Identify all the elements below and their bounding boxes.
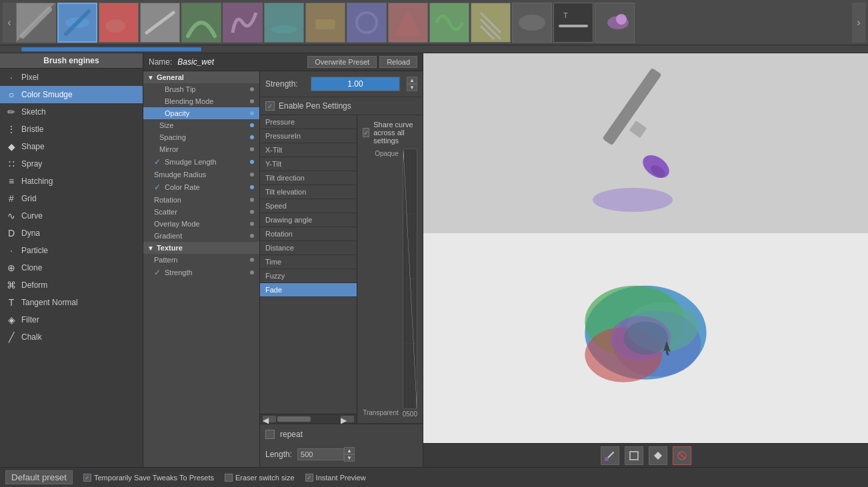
sensor-fade[interactable]: Fade [260, 283, 357, 297]
sensor-drawing-angle[interactable]: Drawing angle [260, 213, 357, 227]
prop-rotation[interactable]: Rotation [143, 194, 259, 206]
length-down-button[interactable]: ▼ [344, 454, 355, 462]
sensor-pressure-in[interactable]: PressureIn [260, 129, 357, 143]
strength-up-button[interactable]: ▲ [407, 77, 417, 84]
sidebar-item-bristle[interactable]: ⋮ Bristle [0, 121, 143, 138]
prop-brush-tip[interactable]: Brush Tip [143, 83, 259, 95]
prop-size[interactable]: Size [143, 119, 259, 131]
sensor-time[interactable]: Time [260, 255, 357, 269]
sensor-fuzzy[interactable]: Fuzzy [260, 269, 357, 283]
sensor-tilt-direction[interactable]: Tilt direction [260, 171, 357, 185]
prop-opacity[interactable]: Opacity [143, 107, 259, 119]
sidebar-item-hatching[interactable]: ≡ Hatching [0, 173, 143, 190]
sidebar-item-curve[interactable]: ∿ Curve [0, 207, 143, 225]
strength-down-button[interactable]: ▼ [407, 84, 417, 91]
sidebar-item-tangent-normal[interactable]: T Tangent Normal [0, 294, 143, 311]
sidebar-item-filter[interactable]: ◈ Filter [0, 311, 143, 328]
middle-panel: Name: Basic_wet Overwrite Preset Reload … [143, 53, 423, 467]
length-input[interactable]: 500 [297, 448, 344, 460]
instant-preview-checkbox[interactable]: ✓ [305, 474, 313, 482]
brush-tool-button[interactable] [601, 446, 619, 465]
brush-preset-11[interactable] [429, 3, 469, 43]
general-section-header[interactable]: ▼ General [143, 71, 259, 83]
prop-scatter[interactable]: Scatter [143, 206, 259, 218]
sensor-y-tilt[interactable]: Y-Tilt [260, 157, 357, 171]
color-rate-sensor [250, 185, 254, 189]
sensor-distance[interactable]: Distance [260, 241, 357, 255]
prop-spacing[interactable]: Spacing [143, 131, 259, 143]
gradient-sensor [250, 234, 254, 238]
length-spinbox: ▲ ▼ [344, 447, 355, 462]
sidebar-item-sketch[interactable]: ✏ Sketch [0, 103, 143, 121]
brush-preset-8[interactable] [305, 3, 345, 43]
brush-preset-6[interactable] [223, 3, 263, 43]
sidebar-item-label-hatching: Hatching [21, 177, 53, 186]
sidebar-item-pixel[interactable]: · Pixel [0, 69, 143, 86]
sidebar-item-dyna[interactable]: D Dyna [0, 225, 143, 242]
repeat-checkbox[interactable] [265, 430, 275, 439]
enable-pen-checkbox[interactable]: ✓ [265, 101, 275, 111]
presets-scroll-right[interactable]: › [852, 3, 865, 43]
svg-point-5 [271, 25, 297, 33]
prop-mirror[interactable]: Mirror [143, 143, 259, 155]
sensor-tilt-elevation[interactable]: Tilt elevation [260, 185, 357, 199]
sidebar-item-chalk[interactable]: ╱ Chalk [0, 328, 143, 346]
sensor-speed[interactable]: Speed [260, 199, 357, 213]
brush-preset-14[interactable]: T [553, 3, 593, 43]
curve-graph-wrapper: Opaque Transparent [363, 149, 417, 418]
eraser-switch-checkbox[interactable] [225, 474, 233, 482]
canvas-tool-button[interactable] [625, 446, 643, 465]
brush-preset-9[interactable] [347, 3, 387, 43]
strength-slider[interactable]: 1.00 [311, 77, 400, 91]
sidebar-item-grid[interactable]: # Grid [0, 190, 143, 207]
prop-color-rate[interactable]: ✓ Color Rate [143, 181, 259, 194]
texture-section-header[interactable]: ▼ Texture [143, 242, 259, 254]
overwrite-preset-button[interactable]: Overwrite Preset [307, 56, 377, 68]
opacity-sensor [250, 111, 254, 115]
prop-blending-mode[interactable]: Blending Mode [143, 95, 259, 107]
sensor-hscroll[interactable]: ◀ ▶ [260, 414, 357, 423]
brush-preset-10[interactable] [388, 3, 428, 43]
sensor-rotation[interactable]: Rotation [260, 227, 357, 241]
presets-scroll-left[interactable]: ‹ [3, 3, 16, 43]
fill-tool-button[interactable] [649, 446, 667, 465]
share-curve-checkbox[interactable]: ✓ [363, 128, 369, 137]
sidebar-item-shape[interactable]: ◆ Shape [0, 138, 143, 155]
sidebar-item-label-color-smudge: Color Smudge [21, 90, 73, 99]
hscroll-right-btn[interactable]: ▶ [341, 416, 354, 422]
curve-area: Pressure PressureIn X-Tilt Y-Tilt Tilt d… [260, 115, 423, 424]
prop-gradient[interactable]: Gradient [143, 230, 259, 242]
svg-rect-6 [315, 19, 335, 29]
prop-strength[interactable]: ✓ Strength [143, 266, 259, 279]
reload-button[interactable]: Reload [379, 56, 417, 68]
prop-smudge-radius[interactable]: Smudge Radius [143, 169, 259, 181]
brush-preset-5[interactable] [181, 3, 221, 43]
sensor-pressure[interactable]: Pressure [260, 115, 357, 129]
erase-preview-button[interactable] [673, 446, 691, 465]
temporarily-save-checkbox[interactable]: ✓ [83, 474, 91, 482]
prop-smudge-length[interactable]: ✓ Smudge Length [143, 155, 259, 169]
smudge-radius-sensor [250, 173, 254, 177]
brush-preset-15[interactable] [595, 3, 635, 43]
sidebar-item-particle[interactable]: · Particle [0, 242, 143, 259]
brush-preset-12[interactable] [471, 3, 511, 43]
prop-overlay-mode[interactable]: Overlay Mode [143, 218, 259, 230]
sensor-x-tilt[interactable]: X-Tilt [260, 143, 357, 157]
default-preset-button[interactable]: Default preset [5, 470, 73, 484]
main-area: Brush engines · Pixel ○ Color Smudge ✏ S… [0, 53, 868, 467]
brush-preset-1[interactable] [16, 3, 56, 43]
sidebar-item-deform[interactable]: ⌘ Deform [0, 276, 143, 294]
brush-preset-4[interactable] [140, 3, 180, 43]
prop-pattern[interactable]: Pattern [143, 254, 259, 266]
curve-graph[interactable] [403, 149, 417, 409]
brush-preset-7[interactable] [264, 3, 304, 43]
brush-preset-13[interactable] [512, 3, 552, 43]
hscroll-left-btn[interactable]: ◀ [263, 416, 276, 422]
sidebar-item-spray[interactable]: ∷ Spray [0, 155, 143, 173]
length-up-button[interactable]: ▲ [344, 447, 355, 454]
sidebar-item-label-pixel: Pixel [21, 73, 39, 82]
brush-preset-2[interactable] [57, 3, 97, 43]
sidebar-item-clone[interactable]: ⊕ Clone [0, 259, 143, 276]
brush-preset-3[interactable] [99, 3, 139, 43]
sidebar-item-color-smudge[interactable]: ○ Color Smudge [0, 86, 143, 103]
